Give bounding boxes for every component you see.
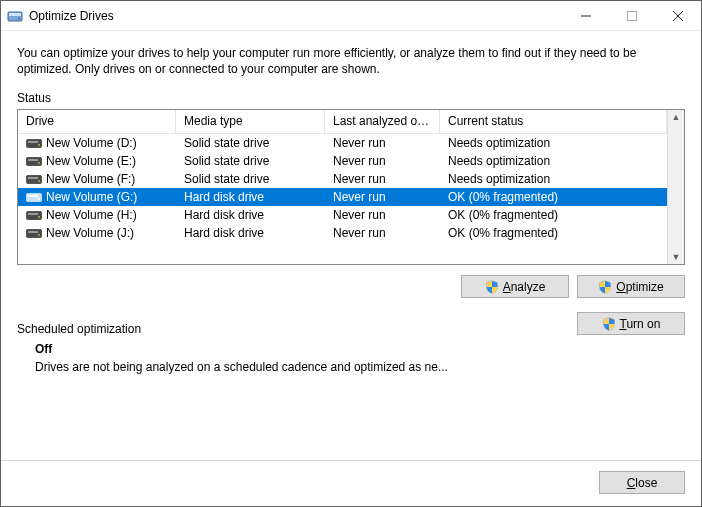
current-status: Needs optimization <box>440 154 667 168</box>
drive-list: Drive Media type Last analyzed or o... C… <box>17 109 685 265</box>
scheduled-description: Drives are not being analyzed on a sched… <box>35 360 685 374</box>
media-type: Solid state drive <box>176 136 325 150</box>
svg-point-2 <box>18 17 20 19</box>
current-status: Needs optimization <box>440 172 667 186</box>
media-type: Hard disk drive <box>176 190 325 204</box>
svg-rect-4 <box>628 11 637 20</box>
svg-point-9 <box>38 144 40 146</box>
svg-rect-19 <box>27 212 42 220</box>
media-type: Hard disk drive <box>176 208 325 222</box>
drive-icon <box>26 227 42 239</box>
shield-icon <box>485 280 499 294</box>
optimize-button[interactable]: Optimize <box>577 275 685 298</box>
analyze-button[interactable]: Analyze <box>461 275 569 298</box>
current-status: OK (0% fragmented) <box>440 190 667 204</box>
column-header-last[interactable]: Last analyzed or o... <box>325 110 440 133</box>
description-text: You can optimize your drives to help you… <box>17 45 685 77</box>
app-icon <box>7 8 23 24</box>
last-analyzed: Never run <box>325 136 440 150</box>
last-analyzed: Never run <box>325 226 440 240</box>
scroll-up-icon[interactable]: ▲ <box>672 112 681 122</box>
table-row[interactable]: New Volume (E:)Solid state driveNever ru… <box>18 152 667 170</box>
table-row[interactable]: New Volume (D:)Solid state driveNever ru… <box>18 134 667 152</box>
table-row[interactable]: New Volume (H:)Hard disk driveNever runO… <box>18 206 667 224</box>
drive-name: New Volume (F:) <box>46 172 135 186</box>
svg-rect-22 <box>27 230 42 238</box>
minimize-button[interactable] <box>563 1 609 31</box>
drive-name: New Volume (G:) <box>46 190 137 204</box>
drive-icon <box>26 191 42 203</box>
svg-rect-7 <box>27 140 42 148</box>
maximize-button[interactable] <box>609 1 655 31</box>
status-label: Status <box>17 91 685 105</box>
titlebar: Optimize Drives <box>1 1 701 31</box>
drive-icon <box>26 209 42 221</box>
window-title: Optimize Drives <box>29 9 114 23</box>
shield-icon <box>602 317 616 331</box>
last-analyzed: Never run <box>325 208 440 222</box>
last-analyzed: Never run <box>325 172 440 186</box>
svg-point-21 <box>38 216 40 218</box>
svg-rect-16 <box>27 194 42 202</box>
svg-rect-13 <box>27 176 42 184</box>
svg-point-24 <box>38 234 40 236</box>
current-status: Needs optimization <box>440 136 667 150</box>
footer: Close <box>1 461 701 506</box>
media-type: Hard disk drive <box>176 226 325 240</box>
close-button[interactable]: Close <box>599 471 685 494</box>
drive-name: New Volume (D:) <box>46 136 137 150</box>
svg-rect-10 <box>27 158 42 166</box>
drive-name: New Volume (E:) <box>46 154 136 168</box>
svg-rect-20 <box>28 213 38 215</box>
drive-name: New Volume (J:) <box>46 226 134 240</box>
close-window-button[interactable] <box>655 1 701 31</box>
scrollbar[interactable]: ▲ ▼ <box>667 110 684 264</box>
svg-rect-11 <box>28 159 38 161</box>
drive-name: New Volume (H:) <box>46 208 137 222</box>
table-row[interactable]: New Volume (F:)Solid state driveNever ru… <box>18 170 667 188</box>
column-headers: Drive Media type Last analyzed or o... C… <box>18 110 667 134</box>
svg-point-18 <box>38 198 40 200</box>
drive-icon <box>26 173 42 185</box>
column-header-drive[interactable]: Drive <box>18 110 176 133</box>
svg-rect-8 <box>28 141 38 143</box>
media-type: Solid state drive <box>176 172 325 186</box>
svg-point-12 <box>38 162 40 164</box>
svg-rect-23 <box>28 231 38 233</box>
shield-icon <box>598 280 612 294</box>
table-row[interactable]: New Volume (J:)Hard disk driveNever runO… <box>18 224 667 242</box>
current-status: OK (0% fragmented) <box>440 208 667 222</box>
last-analyzed: Never run <box>325 154 440 168</box>
svg-point-15 <box>38 180 40 182</box>
svg-rect-17 <box>28 195 38 197</box>
scroll-down-icon[interactable]: ▼ <box>672 252 681 262</box>
drive-icon <box>26 137 42 149</box>
svg-rect-1 <box>9 13 21 16</box>
scheduled-state: Off <box>35 342 685 356</box>
svg-rect-14 <box>28 177 38 179</box>
turn-on-button[interactable]: Turn on <box>577 312 685 335</box>
column-header-status[interactable]: Current status <box>440 110 667 133</box>
drive-icon <box>26 155 42 167</box>
media-type: Solid state drive <box>176 154 325 168</box>
last-analyzed: Never run <box>325 190 440 204</box>
current-status: OK (0% fragmented) <box>440 226 667 240</box>
column-header-media[interactable]: Media type <box>176 110 325 133</box>
table-row[interactable]: New Volume (G:)Hard disk driveNever runO… <box>18 188 667 206</box>
content: You can optimize your drives to help you… <box>1 31 701 432</box>
